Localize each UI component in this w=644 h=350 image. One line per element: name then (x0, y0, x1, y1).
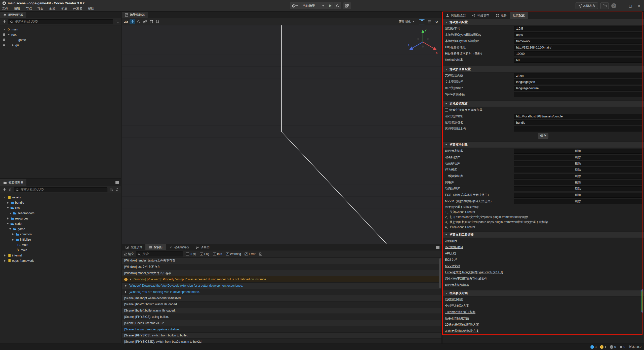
section-header[interactable]: 游戏基础配置 (442, 19, 644, 25)
hierarchy-node-main[interactable]: main (0, 27, 121, 32)
remove-button[interactable]: 剔除 (514, 167, 642, 172)
section-header[interactable]: 游戏多语言配置 (442, 66, 644, 72)
filter-error-checkbox[interactable]: ✓Error (245, 252, 256, 256)
chevron-right-icon[interactable] (3, 254, 6, 257)
tab-assets[interactable]: 资源管理器 (0, 179, 26, 186)
tab-属性检查器[interactable]: 属性检查器 (442, 12, 469, 19)
reload-button[interactable] (334, 2, 341, 9)
add-asset-button[interactable] (2, 188, 6, 192)
chevron-down-icon[interactable] (445, 233, 448, 236)
asset-node-oops-framework[interactable]: oops-framework (0, 258, 121, 263)
regex-checkbox[interactable]: 正则 (186, 252, 196, 256)
assets-search-input[interactable]: 搜索名称或 UUID (14, 187, 107, 192)
remove-button[interactable]: 剔除 (514, 149, 642, 154)
filter-log-checkbox[interactable]: ✓Log (200, 252, 209, 256)
help-button[interactable]: ? (611, 3, 616, 8)
hierarchy-node-game[interactable]: game (0, 37, 121, 42)
save-button[interactable]: 保存 (538, 133, 548, 139)
asset-node-seedrandom[interactable]: seedrandom (0, 210, 121, 216)
scene-viewport[interactable]: x z Y (122, 25, 441, 244)
clear-console-button[interactable]: 清空 (124, 252, 134, 256)
hierarchy-node-gui[interactable]: gui (0, 42, 121, 48)
chevron-down-icon[interactable] (445, 292, 448, 295)
menu-item-1[interactable]: 编辑 (14, 7, 20, 11)
link-3D角色扮演游戏解决方案[interactable]: 3D角色扮演游戏解决方案 (445, 328, 479, 334)
chevron-down-icon[interactable] (6, 206, 9, 209)
chevron-down-icon[interactable] (3, 28, 6, 31)
menu-item-5[interactable]: 扩展 (61, 7, 67, 11)
warning-count[interactable]: ! 1 (600, 345, 606, 349)
close-button[interactable]: ✕ (636, 4, 642, 8)
rect-tool-button[interactable] (148, 19, 154, 24)
remote-load-checkbox[interactable]: 游戏中资源是否远程加载 (445, 108, 482, 112)
link-2D角色扮演游戏解决方案[interactable]: 2D角色扮演游戏解决方案 (445, 322, 479, 328)
field-input[interactable]: language/json (514, 79, 642, 84)
inspector-scrollbar[interactable] (641, 289, 643, 313)
asset-node-main[interactable]: main (0, 247, 121, 253)
field-input[interactable]: http://localhost:8083/assets/bundle (514, 114, 642, 119)
field-input[interactable]: oops (514, 32, 642, 37)
panel-menu-icon[interactable] (638, 14, 642, 16)
preview-device-button[interactable] (343, 2, 351, 9)
section-header[interactable]: 游戏资源配置 (442, 101, 644, 107)
remove-button[interactable]: 剔除 (514, 161, 642, 166)
hierarchy-search-input[interactable]: 搜索名称或 UUID (8, 19, 113, 24)
console-search-input[interactable]: 搜索 (136, 251, 183, 256)
chevron-down-icon[interactable] (3, 196, 6, 199)
link-MVVM文档[interactable]: MVVM文档 (445, 263, 460, 269)
maximize-button[interactable]: ▢ (627, 4, 633, 8)
field-input[interactable]: zh,en (514, 73, 642, 78)
field-input[interactable]: http://192.168.0.150/main/ (514, 45, 642, 50)
tab-服务[interactable]: 服务 (492, 12, 510, 19)
asset-node-internal[interactable]: internal (0, 253, 121, 258)
mode-3d-button[interactable]: 3D (124, 20, 128, 24)
field-input[interactable] (514, 92, 642, 97)
scale-tool-button[interactable] (142, 19, 148, 24)
open-project-folder-button[interactable] (600, 3, 609, 9)
preview-platform-button[interactable] (290, 2, 301, 9)
link-全栈开发解决方案[interactable]: 全栈开发解决方案 (445, 303, 469, 309)
filter-icon[interactable] (115, 20, 119, 24)
asset-node-assets[interactable]: assets (0, 195, 121, 200)
chevron-right-icon[interactable] (124, 284, 127, 287)
link-教程项目[interactable]: 教程项目 (445, 238, 457, 244)
remove-button[interactable]: 剔除 (514, 174, 642, 179)
link-Tiledmap地图解决方案[interactable]: Tiledmap地图解决方案 (445, 309, 475, 315)
tab-hierarchy[interactable]: 层级管理器 (0, 12, 26, 18)
tab-动画编辑器[interactable]: 动画编辑器 (166, 244, 192, 250)
chevron-down-icon[interactable] (6, 222, 9, 225)
chevron-down-icon[interactable] (445, 143, 448, 146)
field-input[interactable]: 10000 (514, 51, 642, 56)
notification-count[interactable]: 0 (620, 345, 625, 349)
asset-node-libs[interactable]: libs (0, 205, 121, 210)
link-新手引导解决方案[interactable]: 新手引导解决方案 (445, 315, 469, 322)
chevron-right-icon[interactable] (3, 259, 6, 262)
tab-scene-editor[interactable]: 场景编辑器 (122, 12, 148, 18)
chevron-right-icon[interactable] (6, 217, 9, 220)
asset-node-bundle[interactable]: bundle (0, 200, 121, 205)
tab-资源预览[interactable]: 资源预览 (122, 244, 145, 250)
panel-menu-icon[interactable] (115, 181, 119, 184)
chevron-right-icon[interactable] (11, 44, 14, 47)
link-Excel格式转Json文件与TypeScript代码工具[interactable]: Excel格式转Json文件与TypeScript代码工具 (445, 269, 503, 276)
info-count[interactable]: i 3 (590, 345, 597, 349)
scene-select-dropdown[interactable]: 当前场景 (301, 2, 327, 9)
chevron-down-icon[interactable] (445, 21, 448, 24)
panel-menu-icon[interactable] (115, 14, 119, 16)
play-button[interactable] (327, 2, 334, 9)
menu-item-7[interactable]: 帮助 (88, 7, 94, 11)
menu-item-3[interactable]: 项目 (37, 7, 44, 11)
menu-item-2[interactable]: 节点 (26, 7, 32, 11)
tab-构建发布[interactable]: 构建发布 (469, 12, 492, 19)
asset-node-common[interactable]: common (0, 232, 121, 237)
section-header[interactable]: 框架解决方案 (442, 290, 644, 296)
link-战棋游戏框架[interactable]: 战棋游戏框架 (445, 296, 463, 303)
asset-node-initialize[interactable]: initialize (0, 237, 121, 242)
chevron-right-icon[interactable] (9, 212, 12, 215)
chevron-down-icon[interactable] (445, 102, 448, 105)
view-mode-dropdown[interactable]: 正常浏览 (399, 20, 415, 24)
field-input[interactable]: 60 (514, 58, 642, 63)
field-input[interactable]: 1.0.5 (514, 26, 642, 31)
hierarchy-node-root[interactable]: root (0, 32, 121, 37)
error-count[interactable]: ✕ 0 (610, 345, 616, 349)
